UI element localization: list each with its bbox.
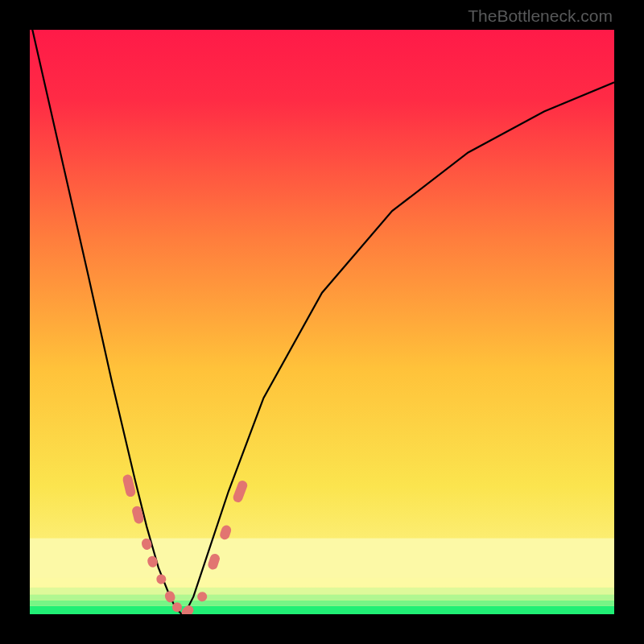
curve-marker	[196, 591, 208, 603]
curve-marker	[207, 552, 221, 571]
curve-marker	[232, 479, 249, 503]
plot-area	[30, 30, 614, 614]
curve-marker	[147, 555, 159, 568]
curve-marker	[219, 524, 233, 541]
curve-markers	[122, 473, 249, 614]
curve-marker	[163, 589, 176, 603]
watermark-text: TheBottleneck.com	[468, 6, 613, 26]
curve-marker	[180, 604, 196, 614]
curve-layer	[30, 30, 614, 614]
bottleneck-curve	[30, 30, 614, 614]
chart-frame: TheBottleneck.com	[0, 0, 644, 644]
